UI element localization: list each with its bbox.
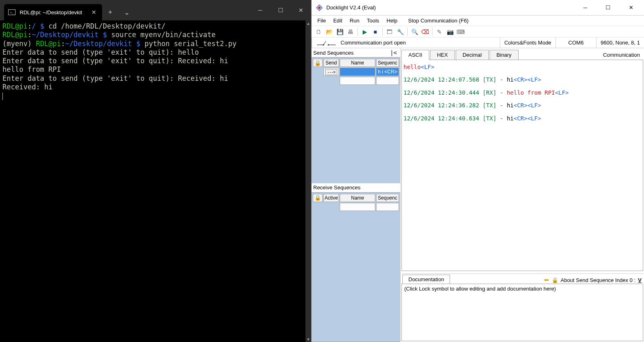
terminal-window: >_ RDL@pi: ~/Desktop/devkit ✕ + ⌄ ─ ☐ ✕ … <box>0 0 311 342</box>
log-line: hello<LF> <box>403 62 641 72</box>
active-column-header[interactable]: Active <box>323 194 339 202</box>
minimize-button[interactable]: ─ <box>578 2 593 13</box>
send-sequences-grid: 🔒 Send Name Sequenc ---> h i <CR> <box>312 57 400 183</box>
empty-seq-cell[interactable] <box>376 203 399 211</box>
send-sequences-header: Send Sequences |< <box>312 48 400 57</box>
sequence-column-header[interactable]: Sequenc <box>376 194 399 202</box>
communication-column: ASCIIHEXDecimalBinaryCommunication hello… <box>401 48 644 342</box>
properties-icon[interactable]: 🗔 <box>385 27 394 36</box>
stop-icon[interactable]: ■ <box>371 27 380 36</box>
empty-seq-cell[interactable] <box>376 77 399 85</box>
empty-name-cell[interactable] <box>340 203 375 211</box>
lock-column-header[interactable]: 🔒 <box>313 59 323 67</box>
snapshot-icon[interactable]: 📷 <box>446 27 455 36</box>
svg-marker-1 <box>318 6 321 9</box>
log-line: 12/6/2024 12:24:40.634 [TX] - hi<CR><LF> <box>403 114 641 123</box>
lock-column-header[interactable]: 🔒 <box>313 194 323 202</box>
tab-close-icon[interactable]: ✕ <box>90 8 98 16</box>
tab-hex[interactable]: HEX <box>430 50 455 60</box>
maximize-button[interactable]: ☐ <box>601 2 615 13</box>
new-tab-button[interactable]: + <box>102 4 118 20</box>
tab-dropdown-button[interactable]: ⌄ <box>118 4 135 20</box>
terminal-line: Enter data to send (type 'exit' to quit)… <box>2 74 309 83</box>
com-port[interactable]: COM6 <box>556 38 597 48</box>
name-column-header[interactable]: Name <box>340 59 375 67</box>
lock-icon[interactable]: 🔒 <box>552 277 558 283</box>
close-button[interactable]: ✕ <box>291 2 311 18</box>
play-icon[interactable]: ▶ <box>360 27 369 36</box>
send-sequence-row[interactable]: ---> h i <CR> <box>312 67 399 76</box>
colors-fonts-mode[interactable]: Colors&Fonts Mode <box>500 38 556 48</box>
toolbar-separator <box>382 28 383 36</box>
log-format-tabs: ASCIIHEXDecimalBinaryCommunication <box>401 48 644 60</box>
terminal-text: ~/Desktop/devkit $ <box>65 40 140 48</box>
print-icon[interactable]: 🖶 <box>346 27 355 36</box>
terminal-tab[interactable]: >_ RDL@pi: ~/Desktop/devkit ✕ <box>4 4 102 20</box>
communication-label: Communication <box>600 50 643 60</box>
documentation-tab[interactable]: Documentation <box>402 275 450 284</box>
close-button[interactable]: ✕ <box>624 2 638 13</box>
tab-binary[interactable]: Binary <box>490 50 519 60</box>
communication-log[interactable]: hello<LF> 12/6/2024 12:24:07.568 [TX] - … <box>401 60 643 271</box>
scroll-track[interactable] <box>305 26 311 336</box>
menu-item-edit[interactable]: Edit <box>330 16 345 25</box>
empty-cell <box>323 77 339 85</box>
terminal-text: : <box>61 40 65 48</box>
collapse-panel-button[interactable]: |< <box>388 49 399 56</box>
docklight-menubar: FileEditRunToolsHelpStop Communication (… <box>312 16 644 26</box>
open-file-icon[interactable]: 📂 <box>325 27 334 36</box>
sequence-value-cell[interactable]: h i <CR> <box>376 68 399 76</box>
docklight-logo-icon <box>316 4 323 11</box>
log-text: hi <box>507 102 514 109</box>
documentation-info: ⬅ 🔒 About Send Sequence Index 0 : V <box>544 276 643 284</box>
documentation-body[interactable]: (Click Lock symbol to allow editing and … <box>401 284 643 341</box>
send-arrow-icon[interactable]: ---> <box>325 69 337 75</box>
menu-item-stop[interactable]: Stop Communication (F6) <box>405 16 472 25</box>
minimize-button[interactable]: ─ <box>250 2 270 18</box>
send-sequences-title: Send Sequences <box>313 50 388 56</box>
wrench-icon[interactable]: 🔧 <box>396 27 405 36</box>
terminal-text: RDL@pi <box>2 31 27 39</box>
terminal-icon: >_ <box>8 9 16 15</box>
empty-name-cell[interactable] <box>340 77 375 85</box>
tab-decimal[interactable]: Decimal <box>456 50 489 60</box>
keyboard-icon[interactable]: ⌨ <box>456 27 465 36</box>
terminal-text: python serial_test2.py <box>140 40 236 48</box>
menu-item-run[interactable]: Run <box>346 16 363 25</box>
menu-item-help[interactable]: Help <box>383 16 401 25</box>
tab-ascii[interactable]: ASCII <box>401 50 429 60</box>
terminal-line: (myenv) RDL@pi:~/Desktop/devkit $ python… <box>2 40 309 48</box>
save-file-icon[interactable]: 💾 <box>335 27 344 36</box>
sequence-name-cell[interactable] <box>340 68 375 76</box>
terminal-text: / $ <box>32 22 45 30</box>
send-sequence-empty-row[interactable] <box>312 76 399 85</box>
documentation-v-link[interactable]: V <box>638 277 642 283</box>
menu-item-file[interactable]: File <box>314 16 329 25</box>
log-line <box>403 98 641 101</box>
terminal-text: source myenv/bin/activate <box>107 31 216 39</box>
docklight-toolbar: 🗋 📂 💾 🖶 ▶ ■ 🗔 🔧 🔍 ⌫ ✎ 📷 ⌨ <box>312 26 644 38</box>
scroll-up-icon[interactable]: ▲ <box>305 20 311 26</box>
documentation-tab-row: Documentation ⬅ 🔒 About Send Sequence In… <box>401 274 643 284</box>
new-file-icon[interactable]: 🗋 <box>314 27 323 36</box>
scroll-down-icon[interactable]: ▼ <box>305 336 311 342</box>
svg-point-4 <box>323 44 324 45</box>
comm-status: Commmunication port open <box>312 38 500 48</box>
terminal-tab-title: RDL@pi: ~/Desktop/devkit <box>20 9 86 16</box>
clear-icon[interactable]: ⌫ <box>421 27 430 36</box>
sequence-column-header[interactable]: Sequenc <box>376 59 399 67</box>
name-column-header[interactable]: Name <box>340 194 375 202</box>
receive-sequences-title: Receive Sequences <box>313 184 399 191</box>
serial-settings[interactable]: 9600, None, 8, 1 <box>597 38 644 48</box>
edit-mode-icon[interactable]: ✎ <box>435 27 444 36</box>
terminal-scrollbar[interactable]: ▲ ▼ <box>305 20 311 342</box>
log-text: <LF> <box>555 89 569 96</box>
menu-item-tools[interactable]: Tools <box>363 16 382 25</box>
receive-sequence-empty-row[interactable] <box>312 202 399 211</box>
find-icon[interactable]: 🔍 <box>410 27 419 36</box>
send-button-cell[interactable]: ---> <box>323 68 339 76</box>
terminal-body[interactable]: RDL@pi:/ $ cd /home/RDL/Desktop/devkit/R… <box>0 20 311 342</box>
send-column-header[interactable]: Send <box>323 59 339 67</box>
back-arrow-icon[interactable]: ⬅ <box>544 276 549 284</box>
maximize-button[interactable]: ☐ <box>270 2 291 18</box>
